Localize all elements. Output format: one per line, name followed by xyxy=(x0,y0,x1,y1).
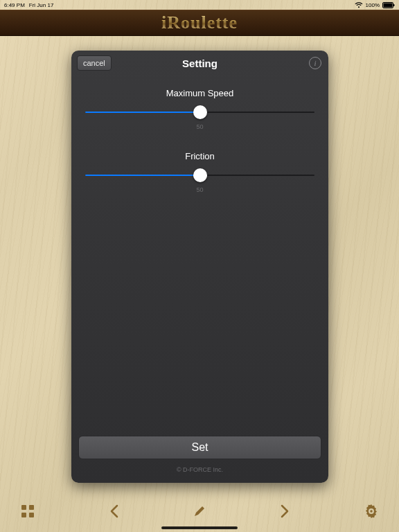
set-button-label: Set xyxy=(191,441,208,454)
slider-track-max-speed[interactable] xyxy=(85,105,314,119)
app-title: iRoulette xyxy=(161,12,238,33)
wifi-icon xyxy=(355,2,363,8)
home-indicator xyxy=(161,526,238,529)
edit-icon[interactable] xyxy=(190,504,209,518)
cancel-button[interactable]: cancel xyxy=(77,55,112,71)
forward-icon[interactable] xyxy=(276,504,295,518)
panel-footer: Set © D-FORCE Inc. xyxy=(71,436,328,483)
status-battery-pct: 100% xyxy=(366,2,380,8)
back-icon[interactable] xyxy=(104,504,123,518)
info-icon: i xyxy=(314,59,316,67)
slider-fill xyxy=(85,175,200,176)
status-bar: 6:49 PM Fri Jun 17 100% xyxy=(0,0,399,10)
panel-title: Setting xyxy=(182,57,218,69)
panel-body: Maximum Speed 50 Friction 50 xyxy=(71,76,328,436)
battery-icon xyxy=(382,2,395,8)
status-time: 6:49 PM xyxy=(4,2,25,8)
slider-max-speed: Maximum Speed 50 xyxy=(85,88,314,130)
settings-panel: cancel Setting i Maximum Speed 50 Fricti… xyxy=(71,51,328,483)
set-button[interactable]: Set xyxy=(78,436,321,459)
panel-header: cancel Setting i xyxy=(71,51,328,76)
slider-friction: Friction 50 xyxy=(85,151,314,193)
svg-rect-5 xyxy=(21,513,26,517)
svg-rect-3 xyxy=(21,505,26,510)
slider-value: 50 xyxy=(85,123,314,130)
svg-rect-6 xyxy=(29,513,34,517)
gear-icon[interactable] xyxy=(362,504,381,518)
app-header: iRoulette xyxy=(0,10,399,36)
slider-fill xyxy=(85,112,200,113)
status-date: Fri Jun 17 xyxy=(29,2,54,8)
slider-track-friction[interactable] xyxy=(85,168,314,182)
cancel-button-label: cancel xyxy=(83,59,105,67)
grid-icon[interactable] xyxy=(18,504,37,518)
slider-label: Maximum Speed xyxy=(85,88,314,98)
slider-thumb[interactable] xyxy=(193,168,207,182)
copyright-text: © D-FORCE Inc. xyxy=(78,466,321,473)
svg-rect-2 xyxy=(393,4,395,6)
svg-rect-1 xyxy=(384,3,393,7)
info-button[interactable]: i xyxy=(309,57,321,69)
svg-rect-4 xyxy=(29,505,34,510)
slider-label: Friction xyxy=(85,151,314,161)
slider-value: 50 xyxy=(85,186,314,193)
slider-thumb[interactable] xyxy=(193,105,207,119)
